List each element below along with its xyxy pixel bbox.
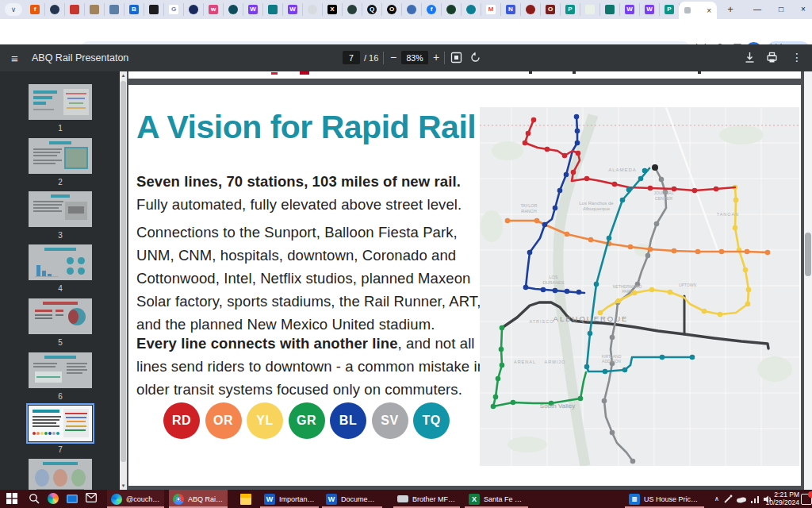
pinned-tab[interactable]: G xyxy=(164,3,184,16)
taskbar-app-abq-rail-presentat-[interactable]: ABQ Rail Presentat... xyxy=(169,490,228,508)
thumbnail-art xyxy=(69,102,83,104)
map-station-teal xyxy=(690,355,695,360)
onedrive-cloud-icon[interactable] xyxy=(736,495,747,504)
taskbar-app--couchqueenie-on-[interactable]: @couchqueenie on... xyxy=(107,490,164,508)
pinned-tab[interactable]: O xyxy=(382,3,402,16)
pinned-tab[interactable]: W xyxy=(243,3,263,16)
rotate-icon[interactable] xyxy=(469,52,481,64)
viewer-scroll-thumb[interactable] xyxy=(805,233,811,276)
new-tab-button[interactable]: + xyxy=(723,3,737,16)
print-icon[interactable] xyxy=(766,52,778,64)
pinned-tab[interactable]: X xyxy=(323,3,343,16)
map-station-orange xyxy=(719,249,725,255)
map-station-yellow xyxy=(616,298,622,304)
pinned-tab[interactable] xyxy=(85,3,105,16)
taskbar-app-us-house-prices-rise[interactable]: ▥US House Prices Rise... xyxy=(625,490,704,508)
pdf-thumbnail-6[interactable] xyxy=(29,352,92,388)
download-icon[interactable] xyxy=(744,52,756,64)
zoom-level-input[interactable]: 83% xyxy=(401,51,428,64)
task-view-icon[interactable] xyxy=(67,495,78,503)
pinned-tab[interactable]: O xyxy=(541,3,561,16)
map-station-red xyxy=(714,187,719,192)
pdf-thumbnail-2[interactable] xyxy=(29,138,92,174)
network-icon[interactable] xyxy=(750,495,760,504)
pinned-tab[interactable]: P xyxy=(561,3,580,16)
pdf-more-options-icon[interactable]: ⋮ xyxy=(791,51,802,64)
pinned-tab[interactable]: M xyxy=(481,3,501,16)
pinned-tab[interactable] xyxy=(521,3,541,16)
pdf-thumbnail-4[interactable] xyxy=(29,244,92,280)
pinned-tab[interactable] xyxy=(303,3,323,16)
pdf-thumbnail-3[interactable] xyxy=(29,191,92,227)
pinned-tab[interactable]: w xyxy=(204,3,224,16)
map-label: KIRTLANDADDITION xyxy=(602,354,622,364)
pinned-tab[interactable]: W xyxy=(640,3,660,16)
active-tab[interactable]: × xyxy=(679,2,717,19)
viewer-scrollbar[interactable] xyxy=(804,71,812,490)
page-number-input[interactable]: 7 xyxy=(343,51,360,64)
taskbar-clock[interactable]: 2:21 PM 10/29/2024 xyxy=(763,491,799,506)
taskbar-app-brother-mfc-l2710-[interactable]: Brother MFC-L2710... xyxy=(393,490,460,508)
zoom-in-button[interactable]: + xyxy=(433,51,439,64)
pinned-tab[interactable] xyxy=(184,3,204,16)
sidebar-scrollbar[interactable]: ▲ ▼ xyxy=(120,71,127,490)
pinned-tab[interactable]: W xyxy=(620,3,640,16)
taskbar-app-ic-folder[interactable] xyxy=(236,490,257,508)
zoom-out-button[interactable]: − xyxy=(390,51,396,64)
thumbnail-page-number: 6 xyxy=(29,392,92,401)
map-label: ALAMEDA xyxy=(608,167,637,172)
pen-icon[interactable] xyxy=(723,495,733,504)
map-station-teal xyxy=(620,198,626,203)
pdf-menu-icon[interactable]: ≡ xyxy=(11,52,18,65)
notification-center-icon[interactable] xyxy=(801,494,812,505)
pinned-tab[interactable]: P xyxy=(660,3,680,16)
pinned-tab[interactable] xyxy=(224,3,243,16)
thumbnail-art xyxy=(33,416,61,418)
pinned-tab[interactable] xyxy=(45,3,65,16)
pinned-tab[interactable] xyxy=(65,3,85,16)
window-minimize-button[interactable]: — xyxy=(747,0,768,17)
tray-expand-icon[interactable]: ∧ xyxy=(712,495,722,502)
map-station-red xyxy=(612,182,618,187)
pdf-thumbnail-7[interactable] xyxy=(29,406,92,441)
tab-favicon xyxy=(228,5,238,14)
taskbar-app-document3-word[interactable]: WDocument3 - Word xyxy=(322,490,382,508)
scroll-down-icon[interactable]: ▼ xyxy=(120,482,127,490)
taskbar-app-important-rio-gran-[interactable]: WImportant Rio Gran... xyxy=(260,490,319,508)
pinned-tab[interactable]: Q xyxy=(362,3,382,16)
pinned-tab[interactable]: B xyxy=(124,3,144,16)
taskbar-app-santa-fe-schools-en-[interactable]: XSanta Fe schools en... xyxy=(465,490,528,508)
pinned-tab[interactable]: N xyxy=(501,3,521,16)
pinned-tab[interactable] xyxy=(263,3,283,16)
pinned-tab[interactable]: W xyxy=(283,3,303,16)
tab-close-icon[interactable]: × xyxy=(707,6,711,15)
tab-favicon: M xyxy=(486,5,496,14)
scroll-up-icon[interactable]: ▲ xyxy=(120,71,127,79)
pinned-tab[interactable] xyxy=(144,3,164,16)
fit-page-icon[interactable] xyxy=(450,52,462,64)
pdf-thumbnail-1[interactable] xyxy=(29,84,92,120)
pinned-tab[interactable]: f xyxy=(422,3,442,16)
pinned-tab[interactable] xyxy=(402,3,422,16)
tab-search-button[interactable]: ∨ xyxy=(5,3,22,16)
line-badge-YL: YL xyxy=(247,402,283,439)
map-station-teal xyxy=(603,369,608,375)
window-maximize-button[interactable]: □ xyxy=(771,0,791,17)
pinned-tab[interactable] xyxy=(105,3,124,16)
pinned-tab[interactable]: f xyxy=(25,3,45,16)
copilot-icon[interactable] xyxy=(48,493,59,504)
pinned-tab[interactable] xyxy=(442,3,462,16)
start-button-icon[interactable] xyxy=(6,493,17,504)
pinned-tab[interactable] xyxy=(580,3,600,16)
mail-icon[interactable] xyxy=(86,493,97,502)
pinned-tab[interactable] xyxy=(600,3,620,16)
ic-word-icon: W xyxy=(326,494,337,505)
pdf-thumbnail-5[interactable] xyxy=(29,298,92,334)
window-close-button[interactable]: × xyxy=(793,0,812,17)
sidebar-scroll-thumb[interactable] xyxy=(121,81,126,462)
taskbar-app-label: Brother MFC-L2710... xyxy=(412,495,456,503)
pinned-tab[interactable] xyxy=(343,3,362,16)
pdf-thumbnail-8[interactable] xyxy=(29,459,92,490)
pinned-tab[interactable] xyxy=(462,3,481,16)
taskbar-search-icon[interactable] xyxy=(29,493,40,504)
